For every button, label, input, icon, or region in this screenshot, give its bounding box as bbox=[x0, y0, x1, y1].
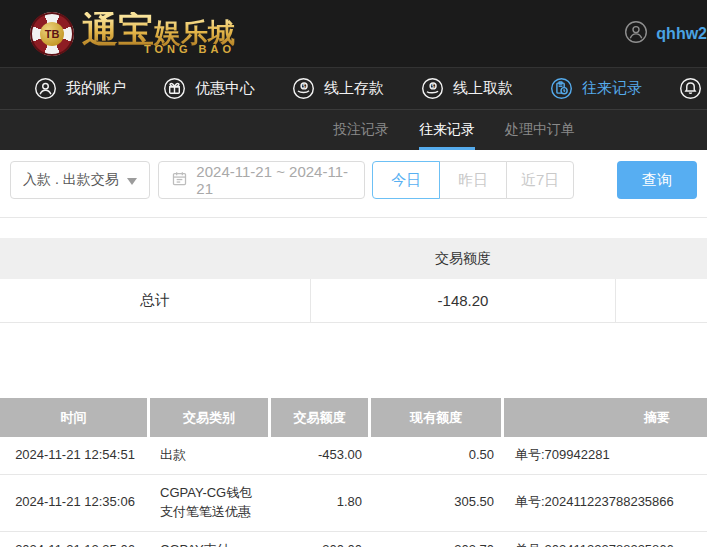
brand-chip-monogram: TB bbox=[40, 22, 64, 46]
nav-item-online-withdraw[interactable]: $ 线上取款 bbox=[421, 77, 513, 100]
nav-label: 优惠中心 bbox=[195, 79, 255, 98]
date-range-input[interactable]: 2024-11-21 ~ 2024-11-21 bbox=[158, 161, 365, 199]
transaction-type-value: 入款 . 出款交易 bbox=[23, 171, 119, 189]
user-account[interactable]: qhhw2 bbox=[624, 20, 707, 48]
cell-time: 2024-11-21 12:54:51 bbox=[0, 437, 150, 474]
withdraw-icon: $ bbox=[421, 77, 444, 100]
nav-item-my-account[interactable]: 我的账户 bbox=[34, 77, 126, 100]
cell-note: 单号:202411223788235866 bbox=[504, 484, 707, 521]
summary-table: 交易额度 总计 -148.20 bbox=[0, 238, 707, 323]
brand-logo: 通宝娱乐城 TONG BAO bbox=[82, 12, 235, 55]
cell-amount: 1.80 bbox=[271, 484, 371, 521]
summary-total-row: 总计 -148.20 bbox=[0, 279, 707, 323]
cell-type: 出款 bbox=[150, 437, 271, 474]
username: qhhw2 bbox=[656, 25, 707, 43]
cell-type: CGPAY-CG钱包支付笔笔送优惠 bbox=[150, 475, 271, 531]
col-header-time: 时间 bbox=[0, 398, 150, 437]
col-header-note: 摘要 bbox=[504, 398, 707, 437]
svg-text:$: $ bbox=[432, 83, 435, 89]
transactions-header-row: 时间 交易类别 交易额度 现有额度 摘要 bbox=[0, 398, 707, 437]
deposit-icon: $ bbox=[292, 77, 315, 100]
table-row: 2024-11-21 12:35:06 CGPAY-CG钱包支付笔笔送优惠 1.… bbox=[0, 475, 707, 532]
nav-label: 往来记录 bbox=[582, 79, 642, 98]
nav-item-message-center[interactable]: 信息中心 bbox=[679, 77, 707, 100]
summary-empty-cell bbox=[616, 279, 707, 322]
summary-total-value: -148.20 bbox=[310, 279, 616, 322]
records-icon bbox=[550, 77, 573, 100]
user-icon bbox=[34, 77, 57, 100]
today-button[interactable]: 今日 bbox=[372, 161, 440, 199]
cell-balance: 305.50 bbox=[371, 484, 504, 521]
caret-down-icon bbox=[127, 172, 137, 188]
table-row: 2024-11-21 12:35:06 CGPAY支付 300.00 303.7… bbox=[0, 532, 707, 547]
top-header-bar: TB 通宝娱乐城 TONG BAO qhhw2 bbox=[0, 0, 707, 67]
bell-icon bbox=[679, 77, 702, 100]
tab-processing-orders[interactable]: 处理中订单 bbox=[505, 110, 575, 150]
cell-note: 单号:709942281 bbox=[504, 437, 707, 474]
table-row: 2024-11-21 12:54:51 出款 -453.00 0.50 单号:7… bbox=[0, 437, 707, 475]
cell-amount: -453.00 bbox=[271, 437, 371, 474]
transaction-type-select[interactable]: 入款 . 出款交易 bbox=[10, 161, 150, 199]
nav-item-transaction-records[interactable]: 往来记录 bbox=[550, 77, 642, 100]
nav-label: 线上取款 bbox=[453, 79, 513, 98]
record-tabs: 投注记录 往来记录 处理中订单 bbox=[0, 109, 707, 150]
col-header-amount: 交易额度 bbox=[271, 398, 371, 437]
nav-item-promotions[interactable]: 优惠中心 bbox=[163, 77, 255, 100]
date-range-value: 2024-11-21 ~ 2024-11-21 bbox=[196, 163, 352, 197]
cell-time: 2024-11-21 12:35:06 bbox=[0, 484, 150, 521]
calendar-icon bbox=[171, 170, 188, 190]
cell-amount: 300.00 bbox=[271, 532, 371, 547]
search-button[interactable]: 查询 bbox=[617, 161, 697, 199]
filter-bar: 入款 . 出款交易 2024-11-21 ~ 2024-11-21 今日 昨日 … bbox=[0, 150, 707, 218]
col-header-balance: 现有额度 bbox=[371, 398, 504, 437]
summary-amount-header: 交易额度 bbox=[310, 250, 616, 268]
last7days-button[interactable]: 近7日 bbox=[506, 161, 574, 199]
brand-chip-logo: TB bbox=[30, 12, 74, 56]
svg-text:$: $ bbox=[303, 83, 306, 89]
tab-transaction-records[interactable]: 往来记录 bbox=[419, 110, 475, 150]
main-nav: 我的账户 优惠中心 $ 线上存款 bbox=[0, 67, 707, 109]
tab-betting-records[interactable]: 投注记录 bbox=[333, 110, 389, 150]
col-header-type: 交易类别 bbox=[150, 398, 271, 437]
summary-header-row: 交易额度 bbox=[0, 238, 707, 279]
user-avatar-icon bbox=[624, 20, 648, 48]
quick-date-buttons: 今日 昨日 近7日 bbox=[372, 161, 574, 199]
nav-label: 我的账户 bbox=[66, 79, 126, 98]
cell-balance: 303.70 bbox=[371, 532, 504, 547]
cell-balance: 0.50 bbox=[371, 437, 504, 474]
nav-item-online-deposit[interactable]: $ 线上存款 bbox=[292, 77, 384, 100]
transactions-table: 时间 交易类别 交易额度 现有额度 摘要 2024-11-21 12:54:51… bbox=[0, 398, 707, 547]
summary-total-label: 总计 bbox=[0, 279, 310, 322]
cell-type: CGPAY支付 bbox=[150, 532, 271, 547]
gift-icon bbox=[163, 77, 186, 100]
yesterday-button[interactable]: 昨日 bbox=[439, 161, 507, 199]
nav-label: 线上存款 bbox=[324, 79, 384, 98]
cell-time: 2024-11-21 12:35:06 bbox=[0, 532, 150, 547]
cell-note: 单号:202411223788235866 bbox=[504, 532, 707, 547]
